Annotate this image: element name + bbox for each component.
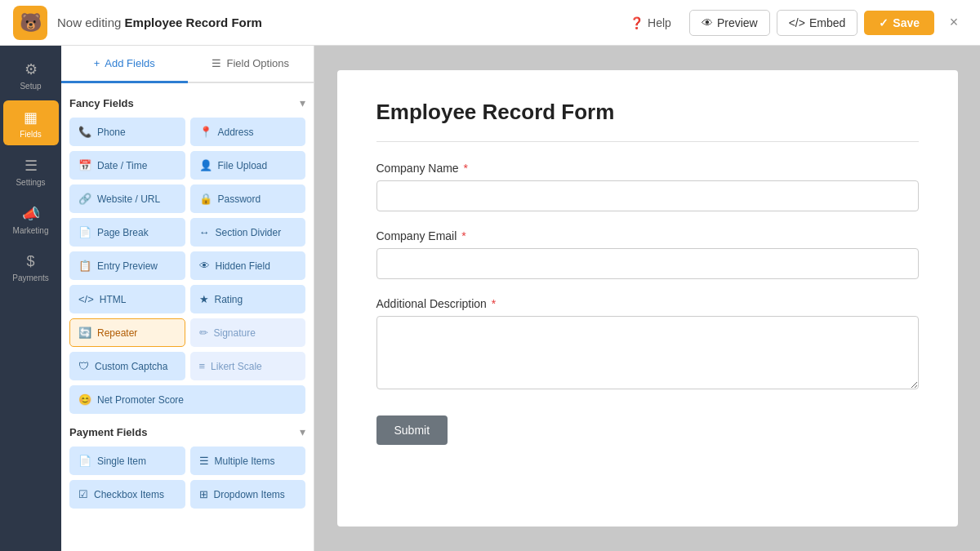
fancy-fields-title: Fancy Fields: [69, 97, 134, 109]
payment-fields-grid: 📄 Single Item ☰ Multiple Items ☑ Checkbo…: [69, 447, 305, 509]
repeater-icon: 🔄: [78, 327, 91, 339]
datetime-icon: 📅: [78, 159, 91, 171]
field-options-label: Field Options: [226, 57, 289, 69]
additional-desc-label: Additional Description *: [376, 297, 919, 310]
logo-emoji: 🐻: [20, 12, 42, 33]
entry-preview-icon: 📋: [78, 260, 91, 272]
field-btn-section-divider[interactable]: ↔ Section Divider: [190, 218, 306, 247]
close-icon: ×: [950, 14, 959, 31]
sidebar-item-settings[interactable]: ☰ Settings: [3, 149, 59, 193]
additional-desc-field: Additional Description *: [376, 297, 919, 393]
panel-tabs: + Add Fields ☰ Field Options: [61, 46, 314, 83]
page-break-label: Page Break: [97, 227, 149, 238]
fields-icon: ▦: [24, 109, 38, 127]
main-layout: ⚙ Setup ▦ Fields ☰ Settings 📣 Marketing …: [0, 46, 980, 551]
embed-label: Embed: [809, 16, 845, 29]
password-label: Password: [218, 193, 261, 205]
topbar-actions: ❓ Help 👁 Preview </> Embed ✓ Save ×: [618, 10, 967, 36]
close-button[interactable]: ×: [941, 10, 967, 36]
nps-label: Net Promoter Score: [97, 394, 184, 406]
field-btn-dropdown-items[interactable]: ⊞ Dropdown Items: [190, 480, 306, 509]
multiple-items-label: Multiple Items: [215, 455, 275, 467]
setup-icon: ⚙: [24, 60, 38, 78]
field-btn-address[interactable]: 📍 Address: [190, 118, 306, 146]
form-card: Employee Record Form Company Name * Comp…: [337, 70, 958, 527]
sidebar-item-marketing[interactable]: 📣 Marketing: [3, 197, 59, 242]
address-icon: 📍: [199, 126, 212, 138]
field-btn-entry-preview[interactable]: 📋 Entry Preview: [69, 251, 185, 280]
fields-label: Fields: [20, 130, 42, 139]
company-email-input[interactable]: [376, 248, 919, 279]
dropdown-items-icon: ⊞: [199, 488, 208, 500]
field-btn-page-break[interactable]: 📄 Page Break: [69, 218, 185, 247]
field-btn-multiple-items[interactable]: ☰ Multiple Items: [190, 447, 306, 475]
sidebar-item-payments[interactable]: $ Payments: [3, 245, 59, 289]
field-btn-custom-captcha[interactable]: 🛡 Custom Captcha: [69, 352, 185, 380]
company-email-label: Company Email *: [376, 229, 919, 242]
likert-label: Likert Scale: [211, 361, 262, 372]
fancy-fields-toggle[interactable]: ▾: [300, 96, 305, 109]
company-name-field: Company Name *: [376, 162, 919, 211]
preview-button[interactable]: 👁 Preview: [689, 10, 770, 36]
section-divider-icon: ↔: [199, 226, 210, 238]
icon-nav: ⚙ Setup ▦ Fields ☰ Settings 📣 Marketing …: [0, 46, 61, 551]
preview-label: Preview: [717, 16, 758, 29]
address-label: Address: [218, 127, 254, 138]
signature-icon: ✏: [199, 327, 208, 339]
phone-icon: 📞: [78, 126, 91, 138]
nps-icon: 😊: [78, 393, 91, 406]
field-btn-datetime[interactable]: 📅 Date / Time: [69, 151, 185, 180]
sidebar-item-fields[interactable]: ▦ Fields: [3, 100, 59, 145]
likert-icon: ≡: [199, 360, 206, 372]
field-btn-signature[interactable]: ✏ Signature: [190, 318, 306, 347]
topbar-title: Now editing Employee Record Form: [57, 16, 608, 29]
sidebar-item-setup[interactable]: ⚙ Setup: [3, 52, 59, 97]
help-button[interactable]: ❓ Help: [618, 11, 683, 35]
password-icon: 🔒: [199, 193, 212, 205]
save-button[interactable]: ✓ Save: [864, 11, 934, 35]
marketing-label: Marketing: [13, 226, 49, 235]
field-options-icon: ☰: [212, 57, 221, 69]
payment-fields-header: Payment Fields ▾: [69, 425, 305, 438]
signature-label: Signature: [214, 327, 256, 339]
hidden-field-icon: 👁: [199, 260, 210, 272]
logo: 🐻: [13, 6, 47, 40]
settings-icon: ☰: [24, 157, 38, 175]
field-btn-file-upload[interactable]: 👤 File Upload: [190, 151, 306, 180]
captcha-icon: 🛡: [78, 360, 89, 372]
section-divider-label: Section Divider: [216, 227, 282, 238]
phone-label: Phone: [97, 127, 126, 138]
tab-field-options[interactable]: ☰ Field Options: [188, 46, 314, 83]
payment-fields-toggle[interactable]: ▾: [300, 425, 305, 438]
field-btn-repeater[interactable]: 🔄 Repeater: [69, 318, 185, 347]
field-btn-rating[interactable]: ★ Rating: [190, 285, 306, 313]
company-name-input[interactable]: [376, 180, 919, 211]
field-btn-hidden-field[interactable]: 👁 Hidden Field: [190, 251, 306, 280]
embed-button[interactable]: </> Embed: [777, 10, 858, 36]
submit-button[interactable]: Submit: [376, 415, 448, 445]
additional-desc-textarea[interactable]: [376, 316, 919, 389]
tab-add-fields[interactable]: + Add Fields: [61, 46, 188, 83]
fields-panel: + Add Fields ☰ Field Options Fancy Field…: [61, 46, 314, 551]
embed-icon: </>: [789, 16, 805, 29]
multiple-items-icon: ☰: [199, 455, 209, 467]
payments-icon: $: [26, 253, 34, 270]
preview-icon: 👁: [702, 16, 713, 29]
website-icon: 🔗: [78, 193, 91, 205]
field-btn-html[interactable]: </> HTML: [69, 285, 185, 313]
file-upload-icon: 👤: [199, 159, 212, 171]
help-label: Help: [648, 16, 671, 29]
field-btn-single-item[interactable]: 📄 Single Item: [69, 447, 185, 475]
field-btn-nps[interactable]: 😊 Net Promoter Score: [69, 385, 305, 414]
field-btn-checkbox-items[interactable]: ☑ Checkbox Items: [69, 480, 185, 509]
save-label: Save: [893, 16, 920, 29]
field-btn-likert-scale[interactable]: ≡ Likert Scale: [190, 352, 306, 380]
panel-scroll: Fancy Fields ▾ 📞 Phone 📍 Address 📅 Date …: [61, 83, 314, 551]
company-name-label: Company Name *: [376, 162, 919, 175]
fancy-fields-grid: 📞 Phone 📍 Address 📅 Date / Time 👤 File U…: [69, 118, 305, 414]
field-btn-website[interactable]: 🔗 Website / URL: [69, 184, 185, 213]
save-checkmark-icon: ✓: [879, 16, 889, 29]
topbar: 🐻 Now editing Employee Record Form ❓ Hel…: [0, 0, 980, 46]
field-btn-password[interactable]: 🔒 Password: [190, 184, 306, 213]
field-btn-phone[interactable]: 📞 Phone: [69, 118, 185, 146]
